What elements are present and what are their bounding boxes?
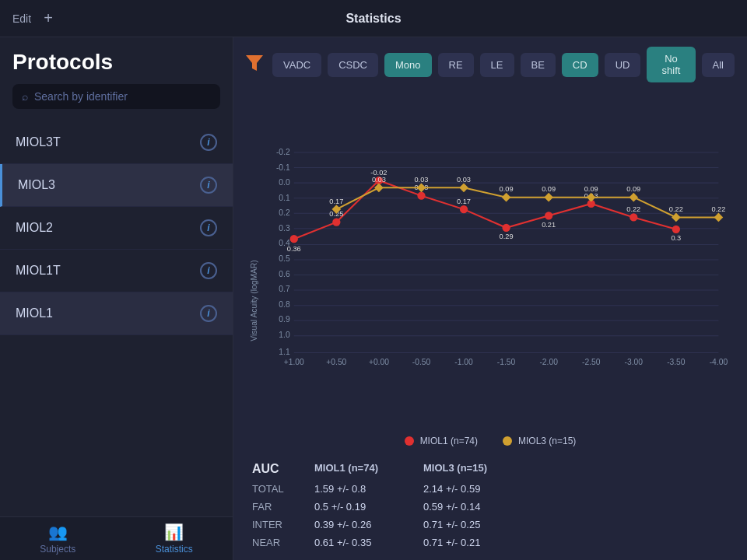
miol1-dot-1 <box>332 218 340 226</box>
auc-row2-val2: 0.71 +/- 0.25 <box>423 516 532 533</box>
protocol-item-miol2[interactable]: MIOL2 i <box>0 207 233 250</box>
protocol-name-miol3: MIOL3 <box>18 178 55 192</box>
legend-miol3-label: MIOL3 (n=15) <box>518 436 576 446</box>
miol3-line <box>336 187 718 217</box>
chart-container: .axis-text { font-size: 10px; fill: #809… <box>233 92 747 459</box>
miol1-dot-4 <box>460 205 468 213</box>
filter-bar: VADC CSDC Mono RE LE BE CD UD No shift A… <box>233 37 747 92</box>
miol1-line <box>294 180 676 239</box>
svg-text:0.22: 0.22 <box>711 205 725 213</box>
info-icon-miol3t[interactable]: i <box>200 134 217 151</box>
auc-col2-header: MIOL3 (n=15) <box>423 459 532 479</box>
filter-icon <box>246 55 263 75</box>
nav-subjects[interactable]: 👥 Subjects <box>40 523 75 555</box>
protocol-name-miol1t: MIOL1T <box>16 264 61 278</box>
info-icon-miol1t[interactable]: i <box>200 262 217 279</box>
statistics-label: Statistics <box>156 544 193 555</box>
svg-text:1.1: 1.1 <box>279 348 290 356</box>
chart-legend: MIOL1 (n=74) MIOL3 (n=15) <box>246 429 735 453</box>
svg-text:-1.00: -1.00 <box>454 358 473 366</box>
chart-wrapper: .axis-text { font-size: 10px; fill: #809… <box>246 92 735 429</box>
svg-text:-2.50: -2.50 <box>582 358 601 366</box>
svg-text:-4.00: -4.00 <box>710 358 728 366</box>
svg-text:0.03: 0.03 <box>372 176 386 184</box>
protocol-item-miol1[interactable]: MIOL1 i <box>0 292 233 335</box>
search-input[interactable] <box>34 90 211 103</box>
filter-btn-csdc[interactable]: CSDC <box>328 53 378 77</box>
nav-statistics[interactable]: 📊 Statistics <box>156 523 193 555</box>
protocol-name-miol2: MIOL2 <box>16 221 53 235</box>
bottom-nav: 👥 Subjects 📊 Statistics <box>0 516 233 560</box>
svg-text:0.17: 0.17 <box>457 198 471 205</box>
auc-row3-val1: 0.61 +/- 0.35 <box>314 534 423 551</box>
svg-text:0.9: 0.9 <box>279 315 290 324</box>
legend-miol3: MIOL3 (n=15) <box>503 436 576 446</box>
svg-text:0.8: 0.8 <box>279 300 290 309</box>
svg-text:0.21: 0.21 <box>542 221 556 229</box>
miol1-dot-6 <box>545 212 552 219</box>
svg-text:0.2: 0.2 <box>279 208 290 217</box>
auc-title: AUC <box>252 459 314 479</box>
filter-btn-all[interactable]: All <box>702 53 735 77</box>
add-button[interactable]: + <box>37 8 59 30</box>
miol1-dot-5 <box>502 224 510 232</box>
miol3-dot-3 <box>459 183 468 192</box>
sidebar: Protocols ⌕ MIOL3T i MIOL3 i MIOL2 i MIO… <box>0 37 233 560</box>
svg-text:0.22: 0.22 <box>669 205 683 213</box>
svg-text:+1.00: +1.00 <box>284 358 304 366</box>
filter-btn-be[interactable]: BE <box>521 53 556 77</box>
protocol-item-miol3[interactable]: MIOL3 i <box>0 164 233 207</box>
filter-btn-mono[interactable]: Mono <box>384 53 432 77</box>
main-layout: Protocols ⌕ MIOL3T i MIOL3 i MIOL2 i MIO… <box>0 37 747 560</box>
auc-row3-val2: 0.71 +/- 0.21 <box>423 534 532 551</box>
subjects-label: Subjects <box>40 544 75 555</box>
auc-row0-val2: 2.14 +/- 0.59 <box>423 481 532 497</box>
auc-row2-val1: 0.39 +/- 0.26 <box>314 516 423 533</box>
auc-row3-label: NEAR <box>252 534 314 551</box>
svg-text:0.22: 0.22 <box>626 205 640 213</box>
svg-text:0.09: 0.09 <box>500 185 514 193</box>
protocol-item-miol1t[interactable]: MIOL1T i <box>0 250 233 292</box>
auc-row1-val1: 0.5 +/- 0.19 <box>314 499 423 515</box>
stats-grid: AUC MIOL1 (n=74) MIOL3 (n=15) TOTAL 1.59… <box>252 459 728 551</box>
svg-text:0.36: 0.36 <box>287 245 301 253</box>
svg-text:0.03: 0.03 <box>457 176 471 184</box>
filter-btn-vadc[interactable]: VADC <box>272 53 321 77</box>
search-icon: ⌕ <box>22 90 28 103</box>
legend-miol1: MIOL1 (n=74) <box>405 436 478 446</box>
svg-text:0.7: 0.7 <box>279 285 290 293</box>
svg-text:0.09: 0.09 <box>626 185 640 193</box>
miol3-dot-4 <box>502 193 511 202</box>
svg-text:-0.2: -0.2 <box>276 148 290 156</box>
edit-label: Edit <box>12 12 31 25</box>
svg-text:0.03: 0.03 <box>414 176 428 184</box>
filter-btn-ud[interactable]: UD <box>605 53 641 77</box>
filter-btn-re[interactable]: RE <box>438 53 474 77</box>
svg-text:-1.50: -1.50 <box>497 358 516 366</box>
svg-text:0.29: 0.29 <box>500 233 514 240</box>
svg-text:0.09: 0.09 <box>584 185 598 193</box>
info-icon-miol1[interactable]: i <box>200 305 217 322</box>
svg-text:-3.50: -3.50 <box>667 358 686 366</box>
svg-text:0.3: 0.3 <box>279 224 290 233</box>
auc-col1-header: MIOL1 (n=74) <box>314 459 423 479</box>
info-icon-miol3[interactable]: i <box>200 177 217 194</box>
svg-text:-0.1: -0.1 <box>276 163 290 172</box>
filter-btn-noshift[interactable]: No shift <box>647 47 695 82</box>
miol1-dot-3 <box>417 191 425 199</box>
auc-row0-label: TOTAL <box>252 481 314 497</box>
miol3-dot-9 <box>714 213 724 222</box>
svg-text:0.3: 0.3 <box>671 234 681 242</box>
miol1-dot-0 <box>290 235 298 243</box>
filter-btn-cd[interactable]: CD <box>562 53 598 77</box>
svg-text:-3.00: -3.00 <box>625 358 644 366</box>
miol1-dot-8 <box>630 213 637 221</box>
subjects-icon: 👥 <box>48 523 68 541</box>
svg-text:0.6: 0.6 <box>279 270 290 278</box>
auc-row1-label: FAR <box>252 499 314 515</box>
auc-row2-label: INTER <box>252 516 314 533</box>
protocol-item-miol3t[interactable]: MIOL3T i <box>0 121 233 164</box>
info-icon-miol2[interactable]: i <box>200 219 217 236</box>
filter-btn-le[interactable]: LE <box>480 53 514 77</box>
svg-text:0.5: 0.5 <box>279 254 290 263</box>
